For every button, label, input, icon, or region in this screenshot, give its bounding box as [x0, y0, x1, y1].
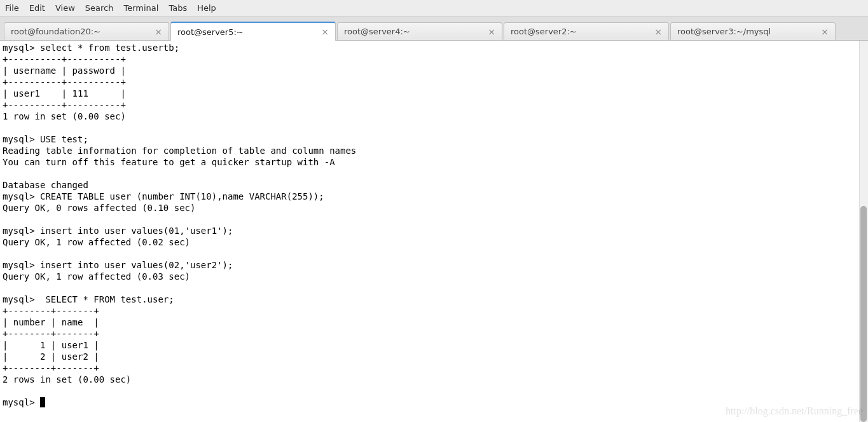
- close-icon[interactable]: ×: [821, 27, 829, 36]
- tab-label: root@server5:~: [177, 27, 244, 37]
- tab-label: root@server4:~: [344, 27, 410, 36]
- menubar: File Edit View Search Terminal Tabs Help: [0, 0, 868, 17]
- menu-tabs[interactable]: Tabs: [169, 3, 187, 13]
- menu-search[interactable]: Search: [85, 3, 114, 13]
- cursor-icon: [40, 397, 45, 407]
- close-icon[interactable]: ×: [488, 27, 495, 36]
- tab-server5[interactable]: root@server5:~ ×: [170, 22, 336, 41]
- close-icon[interactable]: ×: [654, 27, 662, 36]
- menu-edit[interactable]: Edit: [29, 3, 45, 13]
- tab-label: root@server3:~/mysql: [677, 27, 771, 36]
- menu-file[interactable]: File: [5, 3, 19, 13]
- close-icon[interactable]: ×: [321, 27, 329, 36]
- close-icon[interactable]: ×: [155, 27, 162, 36]
- tab-server4[interactable]: root@server4:~ ×: [337, 22, 502, 40]
- terminal-output[interactable]: mysql> select * from test.usertb; +-----…: [0, 41, 868, 422]
- scrollbar-track[interactable]: [859, 41, 868, 422]
- scrollbar-thumb[interactable]: [860, 206, 867, 422]
- menu-view[interactable]: View: [55, 3, 75, 13]
- tab-label: root@server2:~: [511, 27, 577, 36]
- tab-server3-mysql[interactable]: root@server3:~/mysql ×: [670, 22, 836, 40]
- tabbar: root@foundation20:~ × root@server5:~ × r…: [0, 17, 868, 41]
- tab-label: root@foundation20:~: [11, 27, 100, 36]
- menu-terminal[interactable]: Terminal: [123, 3, 158, 13]
- tab-server2[interactable]: root@server2:~ ×: [504, 22, 669, 40]
- tab-foundation20[interactable]: root@foundation20:~ ×: [4, 22, 169, 40]
- menu-help[interactable]: Help: [197, 3, 216, 13]
